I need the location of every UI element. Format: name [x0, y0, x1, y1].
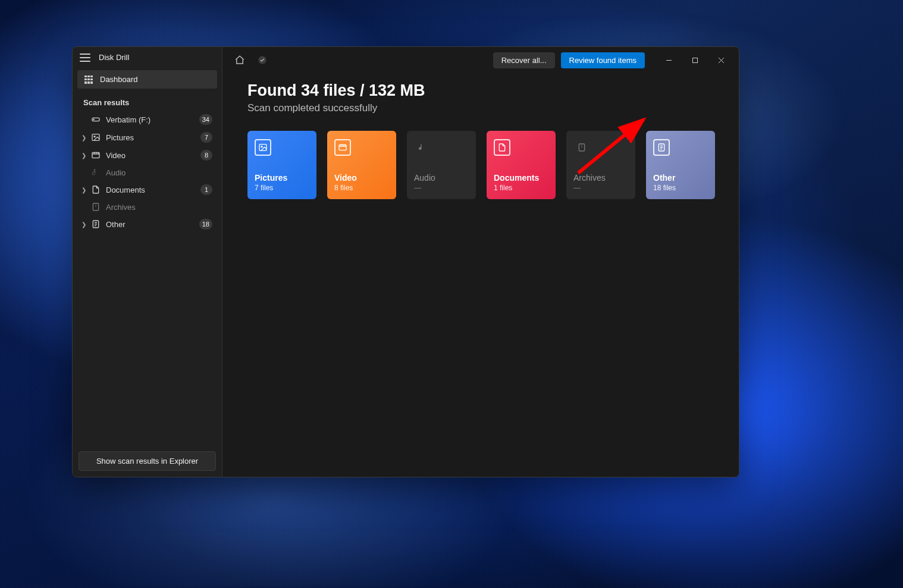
scan-results-tree: Verbatim (F:)34❯Pictures7❯Video8Audio❯Do…	[73, 111, 222, 233]
card-pictures[interactable]: Pictures7 files	[247, 131, 316, 199]
maximize-button[interactable]	[682, 51, 708, 69]
tree-item-audio[interactable]: Audio	[77, 164, 217, 181]
drive-icon	[90, 115, 101, 124]
sidebar-nav: Dashboard	[73, 68, 222, 91]
minimize-button[interactable]	[656, 51, 682, 69]
card-title: Documents	[494, 173, 548, 183]
count-badge: 1	[200, 184, 212, 195]
card-title: Audio	[414, 173, 469, 183]
tree-item-label: Audio	[106, 168, 212, 177]
other-icon	[90, 219, 101, 229]
results-subhead: Scan completed successfully	[247, 102, 715, 114]
review-found-items-button[interactable]: Review found items	[561, 52, 645, 68]
chevron-right-icon: ❯	[80, 152, 88, 159]
category-cards: Pictures7 filesVideo8 filesAudio—Documen…	[247, 131, 715, 199]
nav-dashboard[interactable]: Dashboard	[77, 70, 217, 89]
tree-item-label: Other	[106, 220, 199, 229]
other-icon	[653, 139, 670, 156]
doc-icon	[494, 139, 510, 156]
tree-item-video[interactable]: ❯Video8	[77, 146, 217, 164]
tree-item-archives[interactable]: Archives	[77, 199, 217, 215]
svg-point-1	[93, 119, 94, 120]
tree-item-pictures[interactable]: ❯Pictures7	[77, 128, 217, 146]
card-archives[interactable]: Archives—	[566, 131, 635, 199]
card-video[interactable]: Video8 files	[327, 131, 396, 199]
audio-icon	[414, 139, 431, 156]
card-count: 18 files	[653, 184, 708, 192]
tree-item-label: Documents	[106, 185, 200, 194]
sidebar-header: Disk Drill	[73, 47, 222, 68]
tree-item-other[interactable]: ❯Other18	[77, 215, 217, 233]
scan-status-icon[interactable]	[256, 54, 269, 67]
card-other[interactable]: Other18 files	[646, 131, 715, 199]
archive-icon	[573, 139, 590, 156]
chevron-right-icon: ❯	[80, 187, 88, 193]
archive-icon	[90, 202, 101, 212]
svg-point-3	[94, 136, 95, 137]
scan-results-heading: Scan results	[73, 91, 222, 111]
card-count: —	[573, 184, 628, 192]
app-title: Disk Drill	[99, 53, 129, 62]
main-panel: Recover all... Review found items Found …	[222, 47, 739, 477]
window-controls	[656, 51, 734, 69]
card-count: 7 files	[255, 184, 309, 192]
tree-item-label: Verbatim (F:)	[106, 115, 199, 124]
tree-item-label: Video	[106, 151, 200, 160]
count-badge: 18	[199, 219, 212, 229]
audio-icon	[90, 168, 101, 177]
app-window: Disk Drill Dashboard Scan results Verbat…	[72, 46, 739, 477]
tree-item-verbatim-f-[interactable]: Verbatim (F:)34	[77, 111, 217, 128]
close-button[interactable]	[708, 51, 734, 69]
count-badge: 8	[200, 150, 212, 161]
card-title: Other	[653, 173, 708, 183]
image-icon	[90, 133, 101, 142]
content-area: Found 34 files / 132 MB Scan completed s…	[222, 73, 739, 207]
tree-item-label: Pictures	[106, 133, 200, 142]
card-title: Pictures	[255, 173, 309, 183]
card-documents[interactable]: Documents1 files	[487, 131, 556, 199]
count-badge: 7	[200, 132, 212, 143]
menu-icon[interactable]	[80, 54, 90, 62]
card-count: 8 files	[334, 184, 389, 192]
svg-rect-17	[692, 58, 697, 62]
results-headline: Found 34 files / 132 MB	[247, 81, 715, 100]
doc-icon	[90, 185, 101, 194]
tree-item-label: Archives	[106, 203, 212, 212]
video-icon	[334, 139, 351, 156]
video-icon	[90, 150, 101, 160]
count-badge: 34	[199, 114, 212, 125]
chevron-right-icon: ❯	[80, 134, 88, 141]
chevron-right-icon: ❯	[80, 221, 88, 228]
image-icon	[255, 139, 271, 156]
card-title: Video	[334, 173, 389, 183]
card-count: —	[414, 184, 469, 192]
card-count: 1 files	[494, 184, 548, 192]
show-in-explorer-button[interactable]: Show scan results in Explorer	[79, 451, 216, 471]
svg-point-21	[261, 146, 262, 147]
home-icon[interactable]	[233, 54, 246, 67]
nav-dashboard-label: Dashboard	[100, 75, 138, 84]
toolbar: Recover all... Review found items	[222, 47, 739, 73]
card-audio[interactable]: Audio—	[407, 131, 476, 199]
tree-item-documents[interactable]: ❯Documents1	[77, 181, 217, 199]
sidebar: Disk Drill Dashboard Scan results Verbat…	[73, 47, 222, 477]
dashboard-icon	[84, 76, 93, 84]
recover-all-button[interactable]: Recover all...	[493, 52, 555, 68]
card-title: Archives	[573, 173, 628, 183]
